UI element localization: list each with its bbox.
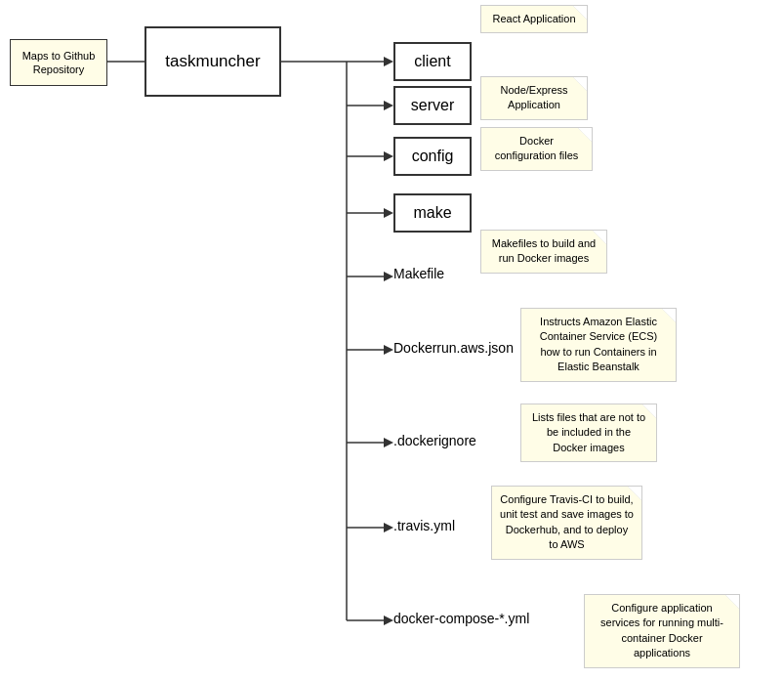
travis-node: .travis.yml <box>393 518 455 533</box>
server-label: server <box>411 97 454 114</box>
config-note-text: Docker configuration files <box>495 135 579 161</box>
dockerignore-note: Lists files that are not to be included … <box>520 404 657 462</box>
dockerrun-label: Dockerrun.aws.json <box>393 340 514 356</box>
config-box: config <box>393 137 472 176</box>
config-label: config <box>412 148 454 165</box>
dockercompose-note-text: Configure application services for runni… <box>600 602 723 659</box>
svg-marker-16 <box>384 272 393 281</box>
client-note: React Application <box>480 5 588 33</box>
make-label: make <box>413 204 451 222</box>
svg-marker-17 <box>384 345 393 355</box>
client-note-text: React Application <box>493 13 576 24</box>
main-label: taskmuncher <box>165 52 260 71</box>
make-note: Makefiles to build and run Docker images <box>480 230 607 274</box>
main-node: taskmuncher <box>144 26 281 97</box>
svg-marker-15 <box>384 208 393 218</box>
dockerignore-label: .dockerignore <box>393 433 476 448</box>
server-box: server <box>393 86 472 125</box>
travis-note: Configure Travis-CI to build, unit test … <box>491 486 642 560</box>
dockerrun-node: Dockerrun.aws.json <box>393 340 514 356</box>
dockercompose-note: Configure application services for runni… <box>584 594 740 668</box>
dockerignore-node: .dockerignore <box>393 433 476 448</box>
svg-marker-14 <box>384 151 393 161</box>
svg-marker-13 <box>384 101 393 110</box>
make-note-text: Makefiles to build and run Docker images <box>492 237 596 264</box>
svg-marker-19 <box>384 523 393 532</box>
client-label: client <box>414 53 450 70</box>
client-box: client <box>393 42 472 81</box>
config-note: Docker configuration files <box>480 127 593 171</box>
svg-marker-12 <box>384 57 393 66</box>
root-label: Maps to Github Repository <box>11 49 106 77</box>
svg-marker-18 <box>384 438 393 447</box>
root-node: Maps to Github Repository <box>10 39 107 86</box>
dockercompose-node: docker-compose-*.yml <box>393 611 529 626</box>
dockerrun-note-text: Instructs Amazon Elastic Container Servi… <box>540 316 657 372</box>
svg-marker-20 <box>384 616 393 625</box>
server-note: Node/Express Application <box>480 76 588 120</box>
travis-note-text: Configure Travis-CI to build, unit test … <box>500 493 634 550</box>
travis-label: .travis.yml <box>393 518 455 533</box>
dockercompose-label: docker-compose-*.yml <box>393 611 529 626</box>
diagram-container: Maps to Github Repository taskmuncher cl… <box>0 0 784 680</box>
make-box: make <box>393 193 472 233</box>
makefile-node: Makefile <box>393 266 444 281</box>
dockerrun-note: Instructs Amazon Elastic Container Servi… <box>520 308 677 382</box>
dockerignore-note-text: Lists files that are not to be included … <box>532 411 645 453</box>
makefile-label: Makefile <box>393 266 444 281</box>
server-note-text: Node/Express Application <box>500 84 567 110</box>
